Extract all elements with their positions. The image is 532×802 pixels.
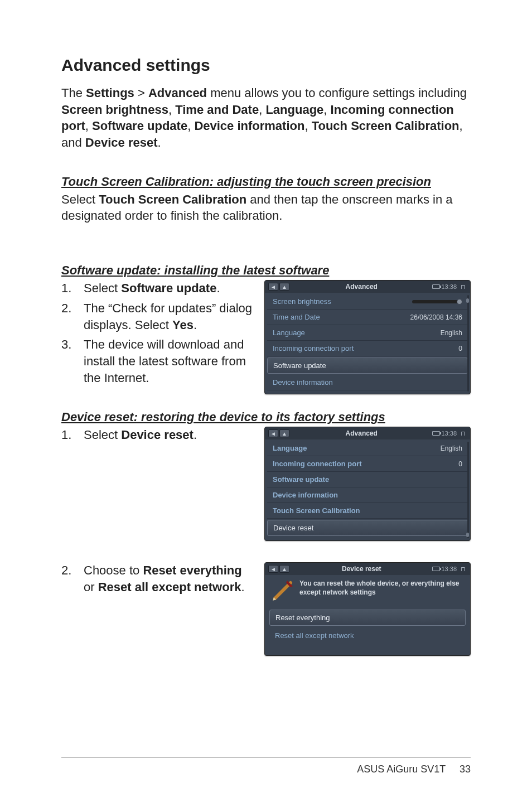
item-value: English bbox=[441, 329, 462, 337]
item-software-update[interactable]: Software update bbox=[267, 357, 468, 374]
product-name: ASUS AiGuru SV1T bbox=[357, 764, 446, 775]
battery-icon bbox=[432, 284, 440, 289]
item-label: Screen brightness bbox=[273, 297, 331, 306]
text: . bbox=[194, 318, 197, 332]
scrollbar[interactable] bbox=[466, 295, 469, 392]
devreset-step2: 2. Choose to Reset everything or Reset a… bbox=[61, 562, 253, 598]
text: Select bbox=[84, 428, 121, 442]
item-value: 0 bbox=[458, 345, 462, 352]
text: Time and Date bbox=[175, 103, 259, 117]
item-time-date[interactable]: Time and Date 26/06/2008 14:36 bbox=[267, 310, 468, 325]
text: Yes bbox=[172, 318, 194, 332]
list-item: 2. The “Check for updates” dialog displa… bbox=[61, 300, 253, 333]
item-label: Incoming connection port bbox=[273, 344, 354, 352]
reset-all-except-network-button[interactable]: Reset all except network bbox=[269, 628, 466, 643]
text: . bbox=[216, 281, 220, 295]
scroll-thumb[interactable] bbox=[466, 533, 469, 537]
network-icon: ⊓ bbox=[459, 565, 467, 573]
item-incoming-port[interactable]: Incoming connection port 0 bbox=[267, 341, 468, 356]
back-icon[interactable]: ◄ bbox=[268, 429, 278, 437]
text: , bbox=[304, 119, 311, 133]
list-item: 1. Select Device reset. bbox=[61, 427, 253, 443]
brightness-slider[interactable] bbox=[412, 300, 462, 303]
device-list: Language English Incoming connection por… bbox=[265, 439, 470, 540]
text: The “Check for updates” dialog displays.… bbox=[84, 301, 252, 332]
warning-icon bbox=[272, 579, 294, 602]
item-incoming-port[interactable]: Incoming connection port 0 bbox=[267, 456, 468, 472]
device-header: ◄ ▲ Advanced 13:38 ⊓ bbox=[265, 427, 470, 439]
text: , bbox=[259, 103, 265, 117]
text: Device reset bbox=[85, 136, 158, 149]
list-item: 1. Select Software update. bbox=[61, 280, 253, 297]
device-title: Advanced bbox=[291, 429, 432, 437]
text: Reset all except network bbox=[98, 580, 241, 594]
item-label: Device reset bbox=[273, 524, 313, 532]
up-icon[interactable]: ▲ bbox=[279, 283, 289, 291]
item-label: Language bbox=[273, 328, 305, 337]
text: The bbox=[61, 86, 86, 100]
text: Select bbox=[84, 281, 121, 295]
touch-heading: Touch Screen Calibration: adjusting the … bbox=[61, 175, 471, 189]
network-icon: ⊓ bbox=[459, 429, 467, 437]
device-header: ◄ ▲ Advanced 13:38 ⊓ bbox=[265, 281, 470, 293]
device-header: ◄ ▲ Device reset 13:38 ⊓ bbox=[265, 563, 470, 575]
scrollbar[interactable] bbox=[466, 442, 469, 538]
item-label: Touch Screen Calibration bbox=[273, 506, 360, 515]
up-icon[interactable]: ▲ bbox=[279, 565, 289, 573]
text: menu allows you to configure settings in… bbox=[207, 86, 467, 100]
device-time: 13:38 bbox=[441, 283, 457, 290]
swupdate-steps: 1. Select Software update. 2. The “Check… bbox=[61, 280, 253, 389]
text: Software update bbox=[92, 119, 187, 133]
text: Screen brightness bbox=[61, 103, 168, 117]
step-number: 3. bbox=[61, 336, 84, 386]
page-footer: ASUS AiGuru SV1T 33 bbox=[61, 757, 471, 775]
item-device-information[interactable]: Device information bbox=[267, 487, 468, 503]
item-label: Device information bbox=[273, 491, 338, 499]
page-number: 33 bbox=[460, 764, 471, 775]
item-label: Software update bbox=[273, 361, 326, 370]
text: , bbox=[168, 103, 175, 117]
device-screenshot-advanced-1: ◄ ▲ Advanced 13:38 ⊓ Screen brightness T… bbox=[264, 280, 471, 394]
devreset-step1: 1. Select Device reset. bbox=[61, 427, 253, 447]
advanced-label: Advanced bbox=[148, 86, 207, 100]
item-touch-calibration[interactable]: Touch Screen Calibration bbox=[267, 503, 468, 519]
text: , bbox=[323, 103, 330, 117]
device-screenshot-reset: ◄ ▲ Device reset 13:38 ⊓ You can reset t… bbox=[264, 562, 471, 656]
battery-icon bbox=[432, 567, 440, 571]
text: Device reset bbox=[121, 428, 194, 442]
slider-knob[interactable] bbox=[457, 299, 462, 305]
reset-everything-button[interactable]: Reset everything bbox=[269, 610, 466, 626]
text: Choose to bbox=[84, 563, 143, 577]
device-list: Screen brightness Time and Date 26/06/20… bbox=[265, 293, 470, 394]
back-icon[interactable]: ◄ bbox=[268, 565, 278, 573]
step-number: 2. bbox=[61, 562, 84, 595]
svg-line-0 bbox=[275, 583, 291, 598]
text: . bbox=[157, 136, 161, 149]
text: . bbox=[194, 428, 197, 442]
item-device-information[interactable]: Device information bbox=[267, 375, 468, 390]
item-device-reset[interactable]: Device reset bbox=[267, 520, 468, 536]
intro-paragraph: The Settings > Advanced menu allows you … bbox=[61, 85, 471, 151]
text: Software update bbox=[121, 281, 216, 295]
battery-icon bbox=[432, 431, 440, 436]
page-title: Advanced settings bbox=[61, 56, 471, 75]
settings-label: Settings bbox=[86, 86, 134, 100]
item-software-update[interactable]: Software update bbox=[267, 472, 468, 487]
device-time: 13:38 bbox=[441, 566, 457, 572]
item-screen-brightness[interactable]: Screen brightness bbox=[267, 294, 468, 310]
item-language[interactable]: Language English bbox=[267, 325, 468, 341]
item-value: 26/06/2008 14:36 bbox=[410, 313, 462, 321]
item-label: Time and Date bbox=[273, 313, 320, 321]
item-label: Incoming connection port bbox=[273, 460, 362, 468]
text: Select bbox=[61, 192, 99, 206]
text: Reset everything bbox=[143, 563, 241, 577]
text: , bbox=[85, 119, 92, 133]
item-value: 0 bbox=[458, 460, 462, 468]
reset-message-text: You can reset the whole device, or every… bbox=[299, 579, 463, 602]
scroll-thumb[interactable] bbox=[466, 298, 469, 303]
back-icon[interactable]: ◄ bbox=[268, 283, 278, 291]
up-icon[interactable]: ▲ bbox=[279, 429, 289, 437]
item-value: English bbox=[441, 445, 462, 452]
step-number: 1. bbox=[61, 427, 84, 443]
item-language[interactable]: Language English bbox=[267, 441, 468, 456]
